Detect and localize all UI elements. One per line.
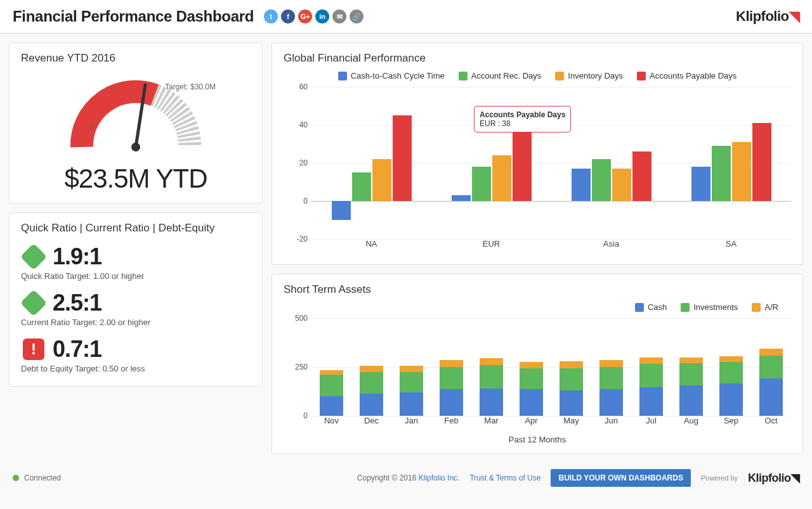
- x-label: Jul: [631, 416, 671, 432]
- footer-logo: Klipfolio◥: [748, 471, 799, 485]
- bar-segment[interactable]: [360, 394, 384, 416]
- bar[interactable]: [492, 155, 511, 201]
- legend-item[interactable]: Inventory Days: [555, 71, 623, 81]
- x-label: Mar: [471, 416, 511, 432]
- stacked-bar[interactable]: [520, 362, 544, 416]
- legend-swatch-icon: [338, 72, 347, 81]
- bar-segment[interactable]: [599, 389, 624, 416]
- stacked-bar[interactable]: [360, 366, 384, 416]
- bar-segment[interactable]: [520, 368, 544, 390]
- stacked-bar[interactable]: [759, 349, 783, 416]
- x-label: Apr: [511, 416, 551, 432]
- powered-by-label: Powered by: [701, 474, 738, 482]
- bar-segment[interactable]: [719, 362, 743, 383]
- link-icon[interactable]: 🔗: [350, 10, 363, 23]
- bar[interactable]: [691, 167, 710, 201]
- x-label: Jan: [391, 416, 431, 432]
- bar-segment[interactable]: [320, 370, 344, 375]
- ratio-target: Current Ratio Target: 2.00 or higher: [21, 318, 251, 327]
- bar-segment[interactable]: [639, 358, 664, 364]
- bar-segment[interactable]: [679, 385, 704, 416]
- bar-segment[interactable]: [560, 368, 584, 390]
- bar[interactable]: [732, 142, 751, 201]
- bar-segment[interactable]: [719, 356, 743, 362]
- bar-segment[interactable]: [560, 361, 584, 368]
- bar-segment[interactable]: [360, 372, 384, 394]
- bar-group: [311, 87, 431, 239]
- legend-item[interactable]: Accounts Payable Days: [637, 71, 737, 81]
- y-tick: 500: [295, 314, 308, 323]
- stacked-bar[interactable]: [320, 370, 344, 416]
- bar-segment[interactable]: [480, 358, 504, 365]
- revenue-title: Revenue YTD 2016: [21, 52, 251, 65]
- bar-segment[interactable]: [400, 366, 424, 371]
- stacked-bar[interactable]: [560, 361, 584, 416]
- bar[interactable]: [352, 172, 371, 201]
- bar[interactable]: [612, 169, 631, 201]
- stacked-bar[interactable]: [599, 360, 624, 416]
- bar[interactable]: [752, 123, 771, 201]
- email-icon[interactable]: ✉: [332, 10, 346, 23]
- x-label: Aug: [671, 416, 711, 432]
- bar-segment[interactable]: [400, 372, 424, 392]
- facebook-icon[interactable]: f: [281, 10, 295, 23]
- bar[interactable]: [332, 201, 351, 220]
- stacked-bar[interactable]: [679, 358, 704, 416]
- trust-link[interactable]: Trust & Terms of Use: [469, 474, 540, 482]
- bar-segment[interactable]: [440, 389, 464, 416]
- linkedin-icon[interactable]: in: [315, 10, 329, 23]
- assets-chart-plot[interactable]: 0250500NovDecJanFebMarAprMayJunJulAugSep…: [284, 318, 791, 432]
- bar-segment[interactable]: [400, 392, 424, 416]
- bar-segment[interactable]: [480, 365, 504, 389]
- stacked-bar[interactable]: [639, 358, 664, 416]
- bar[interactable]: [712, 146, 731, 201]
- bar[interactable]: [572, 169, 591, 201]
- twitter-icon[interactable]: t: [264, 10, 278, 23]
- global-chart-plot[interactable]: -200204060NAEURAsiaSAAccounts Payable Da…: [284, 87, 791, 255]
- legend-label: Cash: [648, 302, 667, 312]
- bar-segment[interactable]: [639, 387, 664, 416]
- bar-segment[interactable]: [440, 360, 464, 367]
- diamond-ok-icon: [21, 290, 46, 316]
- bar[interactable]: [393, 115, 412, 201]
- bar-segment[interactable]: [320, 396, 344, 416]
- bar-segment[interactable]: [480, 389, 504, 416]
- build-dashboards-button[interactable]: BUILD YOUR OWN DASHBOARDS: [551, 469, 690, 487]
- bar-segment[interactable]: [679, 363, 704, 385]
- bar-segment[interactable]: [759, 349, 783, 356]
- stacked-bar[interactable]: [480, 358, 504, 416]
- bar-segment[interactable]: [520, 362, 544, 368]
- bar-segment[interactable]: [520, 389, 544, 416]
- connected-dot-icon: [13, 475, 19, 481]
- googleplus-icon[interactable]: G+: [298, 10, 312, 23]
- bar[interactable]: [513, 129, 532, 201]
- bar[interactable]: [632, 151, 652, 201]
- bar[interactable]: [452, 195, 471, 201]
- legend-item[interactable]: Cash: [635, 302, 667, 312]
- bar-segment[interactable]: [320, 375, 344, 396]
- stacked-bar[interactable]: [400, 366, 424, 416]
- bar-segment[interactable]: [440, 367, 464, 389]
- bar-segment[interactable]: [599, 360, 624, 367]
- stacked-bar[interactable]: [719, 356, 743, 416]
- alert-icon: !: [21, 337, 46, 362]
- bar-segment[interactable]: [560, 390, 584, 416]
- bar-segment[interactable]: [759, 356, 783, 379]
- legend-item[interactable]: Account Rec. Days: [459, 71, 542, 81]
- ratio-row: !0.7:1: [21, 336, 251, 363]
- bar-segment[interactable]: [360, 366, 384, 371]
- bar-segment[interactable]: [599, 367, 624, 389]
- bar-segment[interactable]: [719, 383, 743, 416]
- bar-segment[interactable]: [679, 358, 704, 363]
- legend-item[interactable]: Investments: [681, 302, 738, 312]
- bar-segment[interactable]: [639, 364, 664, 387]
- legend-item[interactable]: Cash-to-Cash Cycle Time: [338, 71, 445, 81]
- legend-item[interactable]: A/R: [752, 302, 778, 312]
- bar[interactable]: [372, 159, 391, 201]
- klipfolio-link[interactable]: Klipfolio Inc.: [419, 474, 460, 482]
- bar[interactable]: [472, 167, 491, 201]
- bar[interactable]: [592, 159, 611, 201]
- global-chart-card: Global Financial Performance Cash-to-Cas…: [272, 42, 803, 265]
- bar-segment[interactable]: [759, 378, 783, 416]
- stacked-bar[interactable]: [440, 360, 464, 416]
